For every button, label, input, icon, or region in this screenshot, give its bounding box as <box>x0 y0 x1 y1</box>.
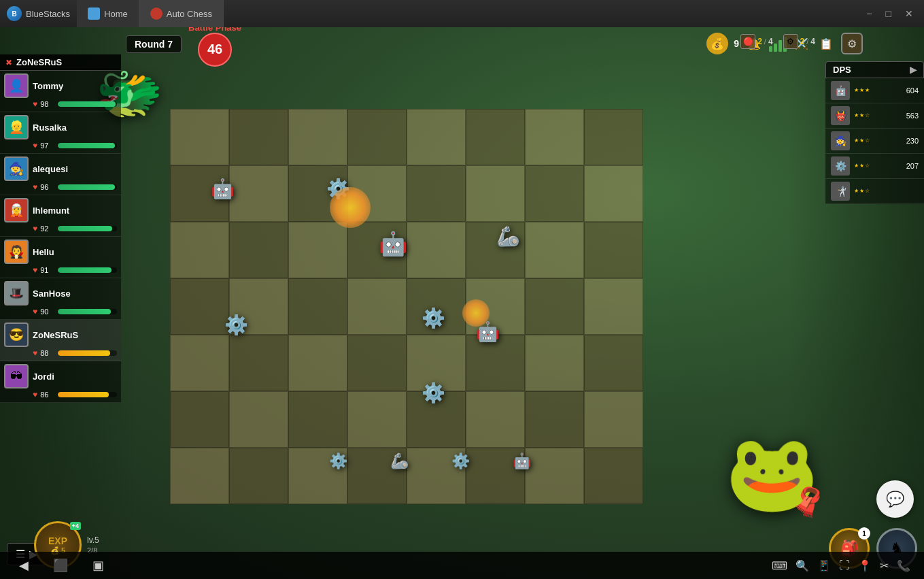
player-name: ZoNeSRuS <box>33 330 78 340</box>
dps-row: ⚙️ ★★☆ 207 <box>825 154 924 179</box>
health-bar-container <box>58 184 117 190</box>
piece-1[interactable]: 🤖 <box>204 170 241 208</box>
minimize-button[interactable]: − <box>862 7 876 20</box>
piece-5[interactable]: ⚙️ <box>218 306 255 344</box>
dps-piece-avatar: 🧙 <box>831 131 850 150</box>
piece-3[interactable]: 🤖 <box>374 225 411 262</box>
health-bar-container <box>58 392 117 397</box>
player-avatar: 🧛 <box>4 239 29 264</box>
dps-value: 563 <box>900 112 919 120</box>
chess-tab-label: Auto Chess <box>167 9 212 19</box>
expand-icon[interactable]: ⛶ <box>839 559 850 572</box>
maximize-button[interactable]: □ <box>882 7 895 20</box>
health-bar-fill <box>58 184 114 190</box>
settings-icon[interactable]: ⚙ <box>841 33 863 54</box>
tab-home[interactable]: Home <box>77 0 139 27</box>
board-cell[interactable] <box>584 448 643 504</box>
board-cell[interactable] <box>288 109 347 165</box>
piece-8[interactable]: ⚙️ <box>415 374 452 412</box>
dps-arrow[interactable]: ▶ <box>910 65 917 75</box>
cut-icon[interactable]: ✂ <box>880 559 889 572</box>
exp-plus-badge: +4 <box>70 522 81 530</box>
dps-row: 👹 ★★☆ 563 <box>825 103 924 129</box>
board-cell[interactable] <box>584 335 643 391</box>
player-item[interactable]: 👱 Rusalka ♥ 97 <box>0 112 121 154</box>
player-avatar: 🎩 <box>4 281 29 305</box>
board-cell[interactable] <box>347 391 407 448</box>
tab-auto-chess[interactable]: Auto Chess <box>139 0 224 27</box>
board-cell[interactable] <box>584 165 643 222</box>
player-item[interactable]: 🎩 SanHose ♥ 90 <box>0 278 121 320</box>
board-cell[interactable] <box>229 109 288 165</box>
board-cell[interactable] <box>525 165 584 222</box>
piece-4[interactable]: 🦾 <box>490 218 527 255</box>
bench-piece-4[interactable]: 🤖 <box>503 442 541 480</box>
bench-piece-2[interactable]: 🦾 <box>381 442 418 480</box>
board-cell[interactable] <box>584 222 643 278</box>
board-cell[interactable] <box>170 222 229 278</box>
board-cell[interactable] <box>584 391 643 448</box>
synergy-1-count: 2 <box>757 37 762 46</box>
board-cell[interactable] <box>407 165 466 222</box>
book-icon[interactable]: 📋 <box>817 34 836 53</box>
keyboard-icon[interactable]: ⌨ <box>772 559 787 572</box>
board-cell[interactable] <box>170 448 229 504</box>
player-item[interactable]: 🧝 Ihlemunt ♥ 92 <box>0 195 121 237</box>
board-cell[interactable] <box>229 391 288 448</box>
board-cell[interactable] <box>288 222 347 278</box>
nav-recents[interactable]: ▣ <box>87 555 109 576</box>
board-cell[interactable] <box>525 335 584 391</box>
board-cell[interactable] <box>347 278 407 335</box>
health-bar-fill <box>58 101 116 107</box>
chat-button[interactable]: 💬 <box>876 480 914 518</box>
board-cell[interactable] <box>466 165 525 222</box>
synergy-2[interactable]: ⚙ 2 / 4 <box>783 34 815 49</box>
health-heart-icon: ♥ <box>33 307 37 316</box>
player-item[interactable]: 👤 Tommy ♥ 98 <box>0 71 121 112</box>
search-icon[interactable]: 🔍 <box>795 559 809 572</box>
board-cell[interactable] <box>466 391 525 448</box>
player-item[interactable]: 🧙 alequesi ♥ 96 <box>0 154 121 195</box>
health-bar-container <box>58 350 117 356</box>
close-button[interactable]: ✕ <box>901 7 917 20</box>
piece-6[interactable]: ⚙️ <box>415 299 452 337</box>
location-icon[interactable]: 📍 <box>858 559 872 572</box>
health-bar-fill <box>58 350 109 356</box>
board-cell[interactable] <box>407 222 466 278</box>
board-cell[interactable] <box>466 109 525 165</box>
bench-piece-1[interactable]: ⚙️ <box>320 442 357 480</box>
game-area: 🤖 ⚙️ 🤖 🦾 ⚙️ ⚙️ 🤖 ⚙️ ⚙️ 🦾 ⚙️ 🤖 🐲 ✖ ZoNeSR… <box>0 27 924 579</box>
board-cell[interactable] <box>525 391 584 448</box>
board-cell[interactable] <box>170 109 229 165</box>
player-items-container: 👤 Tommy ♥ 98 👱 Rusalka ♥ 97 <box>0 71 121 403</box>
player-item[interactable]: 🕶 Jordi ♥ 86 <box>0 361 121 403</box>
synergy-2-icon: ⚙ <box>783 34 798 49</box>
board-cell[interactable] <box>525 222 584 278</box>
player-name: Jordi <box>33 371 54 382</box>
board-cell[interactable] <box>288 335 347 391</box>
board-cell[interactable] <box>584 278 643 335</box>
player-item[interactable]: 😎 ZoNeSRuS ♥ 88 <box>0 320 121 361</box>
screen-icon[interactable]: 📱 <box>817 559 831 572</box>
board-cell[interactable] <box>229 222 288 278</box>
bench-piece-3[interactable]: ⚙️ <box>442 442 479 480</box>
board-cell[interactable] <box>525 109 584 165</box>
board-cell[interactable] <box>347 335 407 391</box>
nav-back[interactable]: ◀ <box>14 555 34 576</box>
board-cell[interactable] <box>584 109 643 165</box>
board-cell[interactable] <box>347 109 407 165</box>
nav-home[interactable]: ⬛ <box>48 555 73 576</box>
board-cell[interactable] <box>288 278 347 335</box>
health-bar-fill <box>58 267 112 273</box>
player-name: alequesi <box>33 164 68 174</box>
board-cell[interactable] <box>407 109 466 165</box>
board-cell[interactable] <box>525 278 584 335</box>
board-cell[interactable] <box>288 391 347 448</box>
battle-phase: Battle Phase 46 <box>188 27 241 67</box>
board-cell[interactable] <box>170 391 229 448</box>
chess-tab-icon <box>150 7 162 20</box>
phone-icon[interactable]: 📞 <box>897 559 910 572</box>
board-cell[interactable] <box>229 448 288 504</box>
player-item[interactable]: 🧛 Hellu ♥ 91 <box>0 237 121 278</box>
synergy-1[interactable]: 🔴 2 / 4 <box>740 34 772 49</box>
